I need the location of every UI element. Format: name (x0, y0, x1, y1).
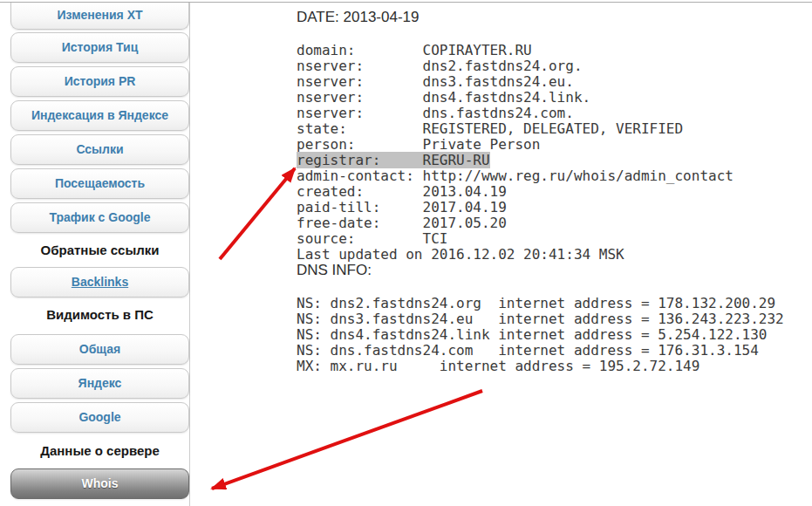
whois-line-nserver-4: nserver: dns.fastdns24.com. (297, 106, 784, 121)
sidebar-item-pr-history[interactable]: История PR (10, 66, 189, 97)
dns-line-ns1: NS: dns2.fastdns24.org internet address … (297, 296, 784, 311)
whois-page: Изменения ХТ История Тиц История PR Инде… (0, 0, 812, 506)
whois-line-source: source: TCI (297, 231, 784, 247)
sidebar-item-tic-history[interactable]: История Тиц (10, 32, 189, 63)
whois-line-registrar: registrar: REGRU-RU (297, 153, 784, 168)
whois-line-admin-contact: admin-contact: http://www.reg.ru/whois/a… (297, 168, 784, 184)
dns-line-ns4: NS: dns.fastdns24.com internet address =… (297, 343, 784, 359)
dns-line-ns2: NS: dns3.fastdns24.eu internet address =… (297, 311, 784, 327)
sidebar-item-yandex-indexing[interactable]: Индексация в Яндексе (10, 100, 189, 131)
whois-line-paid-till: paid-till: 2017.04.19 (297, 200, 784, 215)
sidebar-item-general[interactable]: Общая (10, 334, 189, 365)
whois-line-state: state: REGISTERED, DELEGATED, VERIFIED (297, 121, 784, 137)
whois-line-domain: domain: COPIRAYTER.RU (297, 43, 784, 58)
dns-line-ns3: NS: dns4.fastdns24.link internet address… (297, 327, 784, 343)
dns-info-heading: DNS INFO: (297, 263, 784, 278)
sidebar-header-search-visibility: Видимость в ПС (10, 306, 189, 324)
sidebar-item-yandex[interactable]: Яндекс (10, 368, 189, 399)
whois-line-created: created: 2013.04.19 (297, 184, 784, 200)
sidebar-item-visits[interactable]: Посещаемость (10, 168, 189, 199)
whois-record: domain: COPIRAYTER.RU nserver: dns2.fast… (297, 43, 784, 374)
whois-line-nserver-2: nserver: dns3.fastdns24.eu. (297, 74, 784, 90)
sidebar-header-backlinks-ru: Обратные ссылки (10, 242, 189, 259)
whois-line-last-updated: Last updated on 2016.12.02 20:41:34 MSK (297, 247, 784, 263)
whois-line-free-date: free-date: 2017.05.20 (297, 215, 784, 231)
sidebar-header-server-data: Данные о сервере (10, 442, 189, 460)
main-content: DATE: 2013-04-19 domain: COPIRAYTER.RU n… (191, 3, 812, 506)
sidebar-item-links[interactable]: Ссылки (10, 134, 189, 165)
whois-line-nserver-1: nserver: dns2.fastdns24.org. (297, 58, 784, 74)
sidebar-item-google[interactable]: Google (10, 402, 189, 433)
sidebar-item-backlinks[interactable]: Backlinks (10, 267, 189, 297)
sidebar-item-whois[interactable]: Whois (10, 468, 189, 499)
sidebar-item-xt-changes[interactable]: Изменения ХТ (10, 3, 189, 30)
sidebar-item-google-traffic[interactable]: Трафик с Google (10, 202, 189, 233)
registrar-highlight: registrar: REGRU-RU (297, 152, 490, 168)
whois-line-person: person: Private Person (297, 137, 784, 153)
sidebar: Изменения ХТ История Тиц История PR Инде… (0, 0, 190, 506)
dns-info-block: NS: dns2.fastdns24.org internet address … (297, 296, 784, 374)
dns-line-mx: MX: mx.ru.ru internet address = 195.2.72… (297, 359, 784, 374)
date-heading: DATE: 2013-04-19 (297, 7, 419, 28)
whois-line-nserver-3: nserver: dns4.fastdns24.link. (297, 90, 784, 106)
